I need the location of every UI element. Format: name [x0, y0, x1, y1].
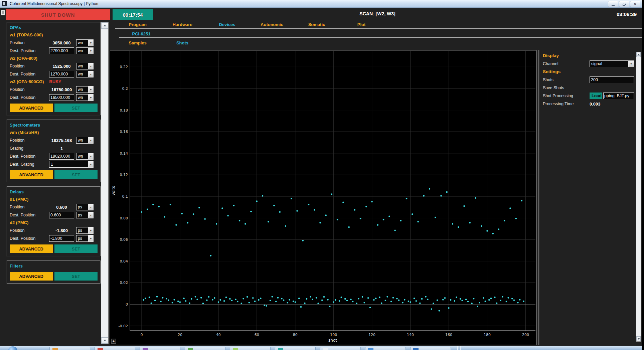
destination-input[interactable]: -1.800 — [49, 235, 74, 242]
advanced-button[interactable]: ADVANCED — [10, 244, 53, 253]
dropdown-arrow-icon[interactable]: ▼ — [88, 161, 93, 167]
data-point — [377, 224, 379, 226]
start-orb-icon[interactable] — [8, 346, 17, 350]
main-vertical-scrollbar[interactable] — [101, 22, 109, 344]
dropdown-arrow-icon[interactable]: ▼ — [88, 71, 93, 77]
destination-input[interactable]: 1270.000 — [49, 71, 74, 77]
select-value: 1 — [49, 161, 88, 167]
tab-samples[interactable]: Samples — [115, 40, 160, 46]
dropdown-arrow-icon[interactable]: ▼ — [88, 212, 93, 218]
units-select[interactable]: wn▼ — [76, 71, 94, 77]
data-point — [392, 297, 394, 299]
title-bar[interactable]: Coherent Multidimensional Spectroscopy |… — [0, 0, 642, 8]
dropdown-arrow-icon[interactable]: ▼ — [88, 204, 93, 210]
dropdown-arrow-icon[interactable]: ▼ — [628, 61, 634, 67]
units-select[interactable]: ps▼ — [76, 204, 94, 210]
destination-input[interactable]: 18020.000 — [49, 153, 74, 160]
load-script-button[interactable]: Load — [590, 93, 602, 99]
tab-shots[interactable]: Shots — [160, 40, 205, 46]
taskbar-button[interactable] — [320, 347, 361, 350]
dropdown-arrow-icon[interactable]: ▼ — [88, 63, 93, 69]
panel-vertical-scrollbar[interactable] — [636, 52, 641, 342]
data-point — [227, 215, 229, 217]
dropdown-arrow-icon[interactable]: ▼ — [88, 95, 93, 101]
set-button[interactable]: SET — [54, 272, 98, 281]
taskbar-button[interactable] — [140, 347, 180, 350]
grating-select[interactable]: 1▼ — [49, 161, 94, 168]
panel-splitter[interactable] — [538, 50, 540, 345]
set-button[interactable]: SET — [54, 104, 98, 112]
data-point — [339, 300, 340, 302]
dropdown-arrow-icon[interactable]: ▼ — [88, 40, 93, 46]
units-select[interactable]: ps▼ — [76, 235, 94, 242]
tab-somatic[interactable]: Somatic — [294, 21, 339, 28]
data-point — [285, 225, 287, 227]
set-button[interactable]: SET — [54, 244, 98, 253]
scroll-down-icon[interactable] — [101, 337, 108, 344]
advanced-button[interactable]: ADVANCED — [10, 272, 53, 281]
data-point — [141, 211, 143, 213]
data-point — [189, 303, 190, 304]
dropdown-arrow-icon[interactable]: ▼ — [88, 227, 93, 233]
taskbar-separator — [460, 346, 461, 350]
scroll-down-icon[interactable] — [636, 336, 641, 341]
autoscale-button[interactable]: A — [111, 339, 116, 343]
shots-plot-widget[interactable]: -0.0200.020.040.060.080.10.120.140.160.1… — [110, 50, 536, 345]
dropdown-arrow-icon[interactable]: ▼ — [88, 153, 93, 159]
data-point — [150, 303, 152, 304]
shutdown-button[interactable]: SHUT DOWN — [6, 9, 110, 20]
tab-program[interactable]: Program — [115, 21, 160, 28]
units-select[interactable]: wn▼ — [76, 63, 94, 69]
minimize-icon — [612, 5, 615, 6]
dropdown-arrow-icon[interactable]: ▼ — [88, 86, 93, 93]
tab-devices[interactable]: Devices — [205, 21, 250, 28]
units-select[interactable]: ps▼ — [76, 227, 94, 234]
channel-select[interactable]: signal ▼ — [590, 60, 634, 67]
dropdown-arrow-icon[interactable]: ▼ — [88, 137, 93, 143]
hardware-row: Position18275.168wn▼ — [10, 136, 98, 144]
units-select[interactable]: wn▼ — [76, 94, 94, 101]
data-point — [196, 299, 198, 300]
dropdown-arrow-icon[interactable]: ▼ — [88, 48, 93, 54]
taskbar-button[interactable] — [410, 347, 451, 350]
minimize-button[interactable] — [608, 1, 618, 7]
restore-button[interactable] — [619, 1, 629, 7]
taskbar-button[interactable] — [230, 347, 271, 350]
units-select[interactable]: wn▼ — [76, 39, 94, 46]
scroll-up-icon[interactable] — [636, 52, 641, 57]
y-tick-label: 0.02 — [120, 281, 128, 285]
shots-scatter-plot[interactable]: -0.0200.020.040.060.080.10.120.140.160.1… — [110, 50, 536, 345]
data-point — [289, 299, 290, 301]
set-button[interactable]: SET — [54, 170, 98, 179]
dropdown-arrow-icon[interactable]: ▼ — [88, 235, 93, 241]
tab-autonomic[interactable]: Autonomic — [250, 21, 294, 28]
tab-plot[interactable]: Plot — [339, 21, 384, 28]
taskbar-button[interactable] — [185, 347, 225, 350]
advanced-button[interactable]: ADVANCED — [10, 170, 53, 179]
taskbar-button[interactable] — [365, 347, 406, 350]
units-select[interactable]: ps▼ — [76, 212, 94, 218]
taskbar-button[interactable] — [275, 347, 316, 350]
data-point — [225, 297, 227, 298]
processing-script-input[interactable]: pping_BJT.py — [603, 93, 634, 99]
os-taskbar[interactable] — [0, 346, 642, 350]
taskbar-button[interactable] — [95, 347, 135, 350]
data-point — [515, 218, 517, 219]
taskbar-button[interactable] — [49, 347, 90, 350]
units-select[interactable]: wn▼ — [76, 47, 94, 54]
units-select[interactable]: wn▼ — [76, 153, 94, 160]
units-select[interactable]: wn▼ — [76, 137, 94, 144]
hardware-row: Dest. Position2790.000wn▼ — [10, 47, 98, 55]
destination-input[interactable]: 0.600 — [49, 212, 74, 218]
destination-input[interactable]: 16500.000 — [49, 94, 74, 101]
destination-input[interactable]: 2790.000 — [49, 47, 74, 54]
tab-hardware[interactable]: Hardware — [160, 21, 205, 28]
tab-pci-6251[interactable]: PCI-6251 — [119, 31, 164, 37]
shots-input[interactable]: 200 — [590, 76, 634, 83]
close-button[interactable]: ✕ — [630, 1, 640, 7]
units-select[interactable]: wn▼ — [76, 86, 94, 93]
scroll-up-icon[interactable] — [101, 22, 108, 29]
device-name: w3 (OPA-800CG) — [10, 79, 44, 84]
channel-value: signal — [590, 61, 628, 67]
advanced-button[interactable]: ADVANCED — [10, 104, 53, 112]
